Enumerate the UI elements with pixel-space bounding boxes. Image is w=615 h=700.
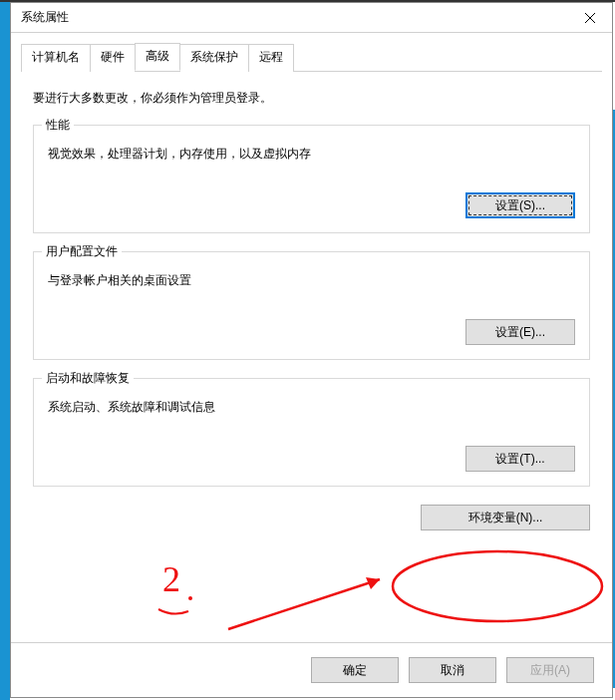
left-desktop-edge [0, 0, 10, 700]
environment-variables-button[interactable]: 环境变量(N)... [421, 505, 590, 530]
ok-button[interactable]: 确定 [311, 657, 399, 683]
group-startup-label: 启动和故障恢复 [42, 370, 134, 387]
tab-strip: 计算机名 硬件 高级 系统保护 远程 [21, 43, 602, 72]
group-userprofile-desc: 与登录帐户相关的桌面设置 [48, 272, 575, 289]
window-title: 系统属性 [21, 9, 69, 26]
close-icon [585, 13, 595, 23]
tab-remote[interactable]: 远程 [248, 44, 294, 72]
annotation-step-number: 2 [162, 559, 180, 599]
tab-content: 要进行大多数更改，你必须作为管理员登录。 性能 视觉效果，处理器计划，内存使用，… [11, 72, 612, 560]
group-performance-label: 性能 [42, 117, 74, 134]
startup-settings-button[interactable]: 设置(T)... [465, 446, 575, 472]
performance-settings-button[interactable]: 设置(S)... [465, 192, 575, 218]
group-startup: 启动和故障恢复 系统启动、系统故障和调试信息 设置(T)... [33, 378, 590, 487]
tab-advanced[interactable]: 高级 [135, 43, 180, 71]
group-userprofile: 用户配置文件 与登录帐户相关的桌面设置 设置(E)... [33, 251, 590, 360]
cancel-button[interactable]: 取消 [409, 657, 496, 683]
group-userprofile-label: 用户配置文件 [42, 243, 122, 260]
svg-line-3 [228, 579, 380, 629]
tab-systemprotection[interactable]: 系统保护 [179, 44, 249, 72]
tab-computername[interactable]: 计算机名 [21, 44, 91, 72]
svg-point-2 [393, 551, 602, 621]
tab-hardware[interactable]: 硬件 [90, 44, 136, 72]
dialog-footer: 确定 取消 应用(A) [11, 642, 612, 697]
group-performance: 性能 视觉效果，处理器计划，内存使用，以及虚拟内存 设置(S)... [33, 125, 590, 233]
admin-notice: 要进行大多数更改，你必须作为管理员登录。 [33, 90, 590, 107]
userprofile-settings-button[interactable]: 设置(E)... [465, 319, 575, 345]
close-button[interactable] [567, 3, 612, 33]
group-startup-desc: 系统启动、系统故障和调试信息 [48, 399, 575, 416]
apply-button[interactable]: 应用(A) [506, 657, 594, 683]
group-performance-desc: 视觉效果，处理器计划，内存使用，以及虚拟内存 [48, 146, 575, 163]
system-properties-window: 系统属性 计算机名 硬件 高级 系统保护 远程 要进行大多数更改，你必须作为管理… [10, 2, 613, 698]
titlebar: 系统属性 [11, 3, 612, 33]
svg-marker-4 [366, 577, 380, 589]
svg-point-5 [188, 596, 192, 600]
